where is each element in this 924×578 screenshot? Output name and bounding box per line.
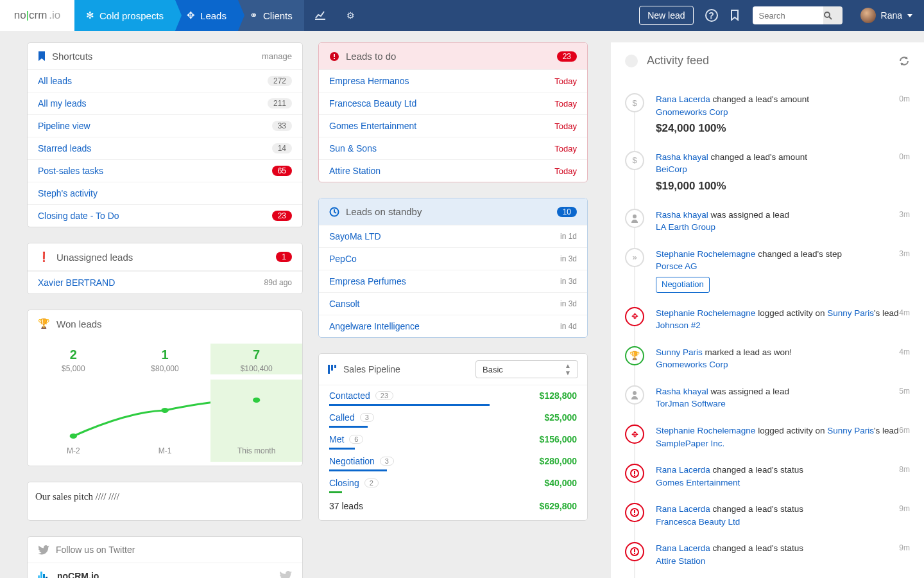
feed-item[interactable]: Rana Lacerda changed a lead's statusFran…: [625, 503, 910, 542]
tab-label: Leads: [200, 10, 227, 21]
feed-item[interactable]: »Stephanie Rochelemagne changed a lead's…: [625, 248, 910, 307]
feed-action: changed a lead's amount: [710, 94, 809, 104]
lead-name: Cansolt: [329, 299, 359, 309]
feed-actor: Rasha khayal: [656, 387, 708, 396]
bookmark-icon: [730, 10, 739, 21]
nav-settings[interactable]: ⚙: [336, 0, 365, 31]
search-input[interactable]: [753, 6, 823, 24]
shortcut-row[interactable]: All leads272: [28, 70, 302, 92]
logo-pre: no: [14, 9, 26, 22]
stage-amount: $25,000: [544, 412, 577, 423]
lead-row[interactable]: Cansoltin 3d: [319, 292, 587, 315]
shortcut-row[interactable]: Pipeline view33: [28, 114, 302, 137]
new-lead-button[interactable]: New lead: [639, 6, 693, 25]
feed-object: Gnomeworks Corp: [656, 107, 728, 117]
feed-start-dot: [625, 55, 638, 67]
search-button[interactable]: [823, 6, 843, 24]
svg-rect-14: [634, 471, 635, 474]
lead-row[interactable]: Gomes EntertainmentToday: [319, 114, 587, 137]
bookmark-button[interactable]: [723, 0, 746, 31]
shortcut-row[interactable]: Steph's activity: [28, 182, 302, 204]
won-leads-card: 🏆Won leads 2$5,000 1$80,000 7$100,400: [27, 310, 303, 466]
pipeline-stage-row[interactable]: Negotiation3$280,000: [319, 451, 587, 466]
lead-row[interactable]: Empresa Perfumesin 3d: [319, 270, 587, 292]
lead-row[interactable]: Angelware Intelligencein 4d: [319, 315, 587, 337]
stage-bar: [329, 426, 368, 428]
feed-step-tag: Negotiation: [656, 277, 710, 293]
svg-rect-9: [331, 365, 333, 371]
feed-item[interactable]: Rasha khayal was assigned a leadLA Earth…: [625, 209, 910, 248]
stage-bar: [329, 469, 387, 471]
chart-icon: [314, 11, 326, 20]
lead-name: PepCo: [329, 254, 357, 264]
stage-bar: [329, 448, 355, 450]
feed-item[interactable]: Rasha khayal was assigned a leadTorJman …: [625, 385, 910, 425]
pipeline-select[interactable]: Basic▲▼: [475, 360, 578, 378]
svg-rect-18: [634, 514, 635, 515]
topbar: no|crm.io ✻Cold prospects ✥Leads ⚭Client…: [0, 0, 924, 31]
feed-item[interactable]: $Rana Lacerda changed a lead's amountGno…: [625, 93, 910, 151]
twitter-account-row[interactable]: noCRM.io: [28, 563, 302, 578]
feed-action: logged activity on: [755, 308, 827, 318]
tab-cold-prospects[interactable]: ✻Cold prospects: [74, 0, 175, 31]
feed-target-icon: ✥: [625, 425, 644, 444]
shortcut-row[interactable]: Post-sales tasks65: [28, 159, 302, 182]
lead-row[interactable]: SayoMa LTDin 1d: [319, 225, 587, 247]
pipeline-stage-row[interactable]: Contacted23$128,800: [319, 385, 587, 401]
twitter-icon: [38, 545, 49, 555]
shortcut-label: All my leads: [38, 98, 86, 109]
shortcut-row[interactable]: Closing date - To Do23: [28, 204, 302, 227]
count-badge: 10: [557, 207, 577, 217]
svg-point-0: [825, 12, 830, 17]
feed-time: 0m: [899, 94, 910, 103]
tab-leads[interactable]: ✥Leads: [175, 0, 238, 31]
shortcut-label: Closing date - To Do: [38, 211, 119, 221]
feed-item[interactable]: 🏆Sunny Paris marked a lead as won!Gnomew…: [625, 346, 910, 385]
user-menu[interactable]: Rana: [849, 0, 924, 31]
feed-action: changed a lead's status: [710, 543, 803, 553]
feed-time: 9m: [899, 504, 910, 513]
lead-row[interactable]: Empresa HermanosToday: [319, 70, 587, 92]
sales-pitch-box[interactable]: Our sales pitch //// ////: [27, 482, 303, 521]
nav-stats[interactable]: [304, 0, 336, 31]
tab-clients[interactable]: ⚭Clients: [238, 0, 304, 31]
svg-point-3: [253, 398, 260, 403]
shortcut-label: Steph's activity: [38, 188, 98, 198]
feed-actor: Stephanie Rochelemagne: [656, 249, 755, 259]
feed-item[interactable]: ✥Stephanie Rochelemagne logged activity …: [625, 425, 910, 464]
shortcut-row[interactable]: All my leads211: [28, 92, 302, 114]
lead-row[interactable]: Sun & SonsToday: [319, 137, 587, 159]
pipeline-stage-row[interactable]: Called3$25,000: [319, 407, 587, 423]
stage-amount: $280,000: [540, 456, 577, 466]
feed-item[interactable]: Rana Lacerda changed a lead's statusGome…: [625, 464, 910, 503]
count-badge: 23: [557, 51, 577, 62]
stage-bar: [329, 491, 342, 493]
lead-row[interactable]: Francesca Beauty LtdToday: [319, 92, 587, 114]
lead-row[interactable]: Attire StationToday: [319, 159, 587, 182]
logo[interactable]: no|crm.io: [0, 0, 74, 31]
svg-rect-17: [634, 510, 635, 513]
manage-link[interactable]: manage: [262, 51, 292, 61]
leads-standby-card: Leads on standby 10 SayoMa LTDin 1dPepCo…: [318, 198, 588, 338]
trophy-icon: 🏆: [38, 318, 50, 329]
feed-item[interactable]: $Rasha khayal changed a lead's amountBei…: [625, 151, 910, 209]
feed-action: changed a lead's step: [755, 249, 842, 259]
svg-rect-8: [328, 365, 330, 374]
lead-name: Empresa Hermanos: [329, 76, 409, 86]
feed-item[interactable]: Rana Lacerda changed a lead's statusAtti…: [625, 542, 910, 578]
help-button[interactable]: ?: [700, 0, 723, 31]
count-badge: 23: [272, 211, 292, 221]
won-count: 7: [210, 347, 302, 362]
pipeline-stage-row[interactable]: Closing2$40,000: [319, 473, 587, 488]
pipeline-stage-row[interactable]: Met6$156,000: [319, 429, 587, 444]
pipeline-total-count: 37 leads: [329, 501, 363, 511]
feed-item[interactable]: ✥Stephanie Rochelemagne logged activity …: [625, 307, 910, 346]
refresh-button[interactable]: [898, 56, 910, 66]
count-badge: 211: [268, 98, 292, 109]
lead-row[interactable]: PepCoin 3d: [319, 247, 587, 270]
unassigned-lead-row[interactable]: Xavier BERTRAND 89d ago: [28, 271, 302, 293]
lead-due: in 3d: [560, 277, 577, 286]
feed-time: 6m: [899, 426, 910, 435]
stage-amount: $40,000: [544, 478, 577, 488]
shortcut-row[interactable]: Starred leads14: [28, 137, 302, 159]
